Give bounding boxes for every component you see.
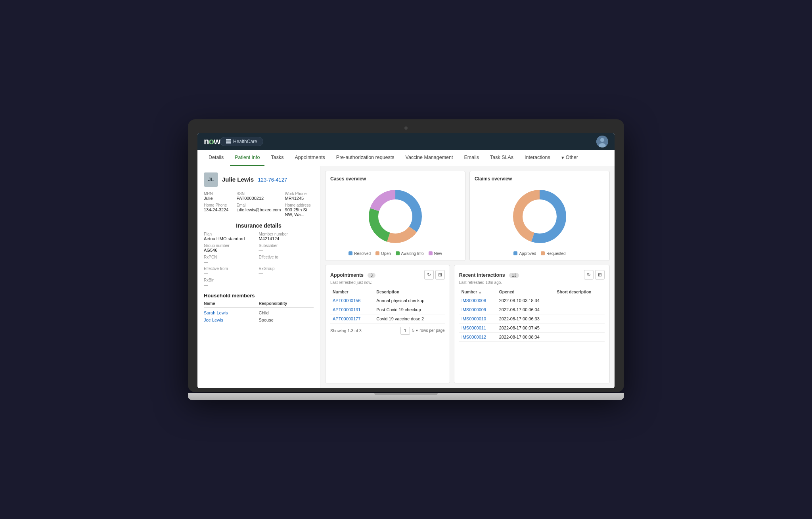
claims-chart-title: Claims overview xyxy=(475,176,605,182)
svg-point-10 xyxy=(524,201,555,232)
tab-preauth[interactable]: Pre-authorization requests xyxy=(331,150,399,166)
cases-chart-title: Cases overview xyxy=(330,176,460,182)
int-link-4[interactable]: IMS0000011 xyxy=(462,326,486,330)
appt-desc-3: Covid 19 vaccine dose 2 xyxy=(374,314,444,323)
int-link-3[interactable]: IMS0000010 xyxy=(462,316,486,321)
screen: now HealthCare Details Patient Info xyxy=(197,133,615,388)
appointments-card: Appointments 3 ↻ ⊞ Last refreshed just n… xyxy=(325,265,450,383)
charts-row: Cases overview xyxy=(325,171,610,261)
int-link-1[interactable]: IMS0000008 xyxy=(462,298,486,303)
chevron-down-icon: ▾ xyxy=(561,155,564,161)
tab-tasks[interactable]: Tasks xyxy=(266,150,288,166)
claims-donut xyxy=(512,189,567,244)
tab-other[interactable]: ▾ Other xyxy=(557,150,583,166)
claims-chart-card: Claims overview xyxy=(469,171,610,261)
ins-row-plan: Plan Aetna HMO standard Member number M4… xyxy=(204,232,314,241)
appointments-actions: ↻ ⊞ xyxy=(424,270,445,280)
svg-point-1 xyxy=(600,138,604,142)
legend-label-resolved: Resolved xyxy=(354,251,371,256)
household-member-joe[interactable]: Joe Lewis xyxy=(204,318,259,322)
appointments-title-group: Appointments 3 xyxy=(330,271,375,278)
appointments-title: Appointments xyxy=(330,272,364,278)
appt-desc-2: Post Covid 19 checkup xyxy=(374,305,444,314)
legend-dot-requested xyxy=(541,251,545,255)
right-area: Cases overview xyxy=(320,166,615,388)
legend-dot-new xyxy=(429,251,433,255)
legend-label-requested: Requested xyxy=(546,251,565,256)
appointments-footer: Showing 1-3 of 3 5 ▾ rows per page xyxy=(330,327,445,335)
int-row-1: IMS0000008 2022-08-10 03:18:34 xyxy=(459,296,605,305)
legend-awaiting: Awaiting Info xyxy=(396,251,424,256)
page-input[interactable] xyxy=(400,327,410,335)
tab-navigation: Details Patient Info Tasks Appointments … xyxy=(197,150,615,166)
legend-dot-resolved xyxy=(349,251,352,255)
legend-label-awaiting: Awaiting Info xyxy=(401,251,424,256)
healthcare-pill[interactable]: HealthCare xyxy=(220,137,263,146)
ins-row-group: Group number AG546 Subscriber — xyxy=(204,243,314,253)
household-member-sarah[interactable]: Sarah Lewis xyxy=(204,310,259,315)
int-row-5: IMS0000012 2022-08-17 00:08:04 xyxy=(459,332,605,341)
interactions-title: Recent interactions xyxy=(459,272,505,278)
avatar[interactable] xyxy=(596,136,608,147)
interactions-refresh-button[interactable]: ↻ xyxy=(584,270,594,280)
tab-slas[interactable]: Task SLAs xyxy=(485,150,518,166)
appt-row-2: APT00000131 Post Covid 19 checkup xyxy=(330,305,445,314)
legend-label-new: New xyxy=(434,251,442,256)
mrn-label: MRN xyxy=(204,192,232,196)
appt-row-3: APT00000177 Covid 19 vaccine dose 2 xyxy=(330,314,445,323)
svg-point-7 xyxy=(379,201,411,232)
email-section: Email julie.lewis@boxeo.com xyxy=(236,203,281,217)
insurance-title: Insurance details xyxy=(204,222,314,229)
appointments-refresh-button[interactable]: ↻ xyxy=(424,270,434,280)
interactions-card: Recent interactions 13 ↻ ⊞ Last refreshe… xyxy=(454,265,610,383)
household-row-joe: Joe Lewis Spouse xyxy=(204,316,314,324)
household-role-joe: Spouse xyxy=(259,318,314,322)
bottom-row: Appointments 3 ↻ ⊞ Last refreshed just n… xyxy=(325,265,610,383)
appointments-header: Appointments 3 ↻ ⊞ xyxy=(330,270,445,280)
int-col-description: Short description xyxy=(555,288,605,296)
workphone-label: Work Phone xyxy=(285,192,314,196)
appt-desc-1: Annual physical checkup xyxy=(374,296,444,305)
legend-label-open: Open xyxy=(381,251,391,256)
int-opened-3: 2022-08-17 00:06:33 xyxy=(497,314,555,323)
appt-link-3[interactable]: APT00000177 xyxy=(333,316,360,321)
tab-vaccine[interactable]: Vaccine Management xyxy=(400,150,458,166)
ssn-label: SSN xyxy=(236,192,281,196)
int-opened-4: 2022-08-17 00:07:45 xyxy=(497,323,555,332)
left-panel: JL Julie Lewis 123-76-4127 MRN Julie SSN xyxy=(197,166,320,388)
cases-donut xyxy=(368,189,423,244)
rows-per-page: 5 ▾ rows per page xyxy=(412,328,445,333)
main-content: JL Julie Lewis 123-76-4127 MRN Julie SSN xyxy=(197,166,615,388)
tab-appointments[interactable]: Appointments xyxy=(290,150,329,166)
appointments-filter-button[interactable]: ⊞ xyxy=(435,270,445,280)
int-row-3: IMS0000010 2022-08-17 00:06:33 xyxy=(459,314,605,323)
appt-link-1[interactable]: APT00000156 xyxy=(333,298,360,303)
interactions-header: Recent interactions 13 ↻ ⊞ xyxy=(459,270,605,280)
laptop-hinge xyxy=(374,393,438,395)
tab-interactions[interactable]: Interactions xyxy=(520,150,555,166)
ins-row-rxbin: RxBin — xyxy=(204,278,314,287)
interactions-actions: ↻ ⊞ xyxy=(584,270,605,280)
appt-col-number: Number xyxy=(330,288,374,296)
mrn-value: Julie xyxy=(204,196,232,201)
interactions-filter-button[interactable]: ⊞ xyxy=(595,270,605,280)
healthcare-label: HealthCare xyxy=(233,139,257,144)
interactions-badge: 13 xyxy=(509,273,519,278)
legend-label-approved: Approved xyxy=(519,251,536,256)
tab-patient-info[interactable]: Patient Info xyxy=(230,150,264,166)
int-link-5[interactable]: IMS0000012 xyxy=(462,335,486,339)
screen-bezel: now HealthCare Details Patient Info xyxy=(188,119,624,392)
grid-icon xyxy=(226,139,231,144)
tab-details[interactable]: Details xyxy=(204,150,228,166)
tab-emails[interactable]: Emails xyxy=(459,150,484,166)
patient-info-grid: MRN Julie SSN PAT00000212 Work Phone MR4… xyxy=(204,192,314,217)
appt-row-1: APT00000156 Annual physical checkup xyxy=(330,296,445,305)
ssn-section: SSN PAT00000212 xyxy=(236,192,281,201)
rows-count: 5 xyxy=(412,328,415,333)
int-link-2[interactable]: IMS0000009 xyxy=(462,307,486,312)
insurance-table: Plan Aetna HMO standard Member number M4… xyxy=(204,232,314,287)
appt-link-2[interactable]: APT00000131 xyxy=(333,307,360,312)
chevron-rows-icon: ▾ xyxy=(416,328,418,333)
household-col-name: Name xyxy=(204,301,259,306)
laptop-base xyxy=(188,393,624,400)
